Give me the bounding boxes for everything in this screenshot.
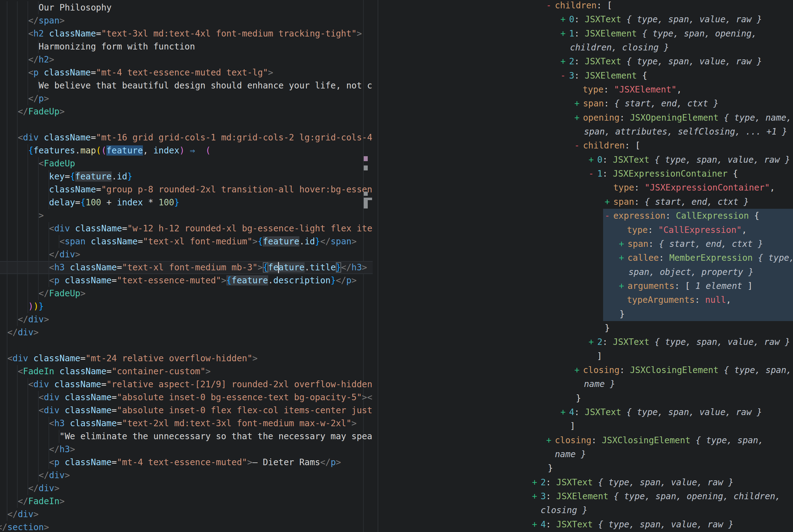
ast-node-row[interactable]: +closing: JSXClosingElement { type, span… bbox=[378, 363, 793, 377]
code-line[interactable]: </h2> bbox=[0, 53, 373, 66]
code-line[interactable]: </div> bbox=[0, 482, 373, 495]
code-line[interactable]: <span className="text-xl font-medium">{f… bbox=[0, 235, 373, 248]
code-line[interactable]: <div className="w-12 h-12 rounded-xl bg-… bbox=[0, 222, 373, 235]
collapse-node-icon[interactable]: - bbox=[546, 0, 555, 12]
ast-node-row[interactable]: closing } bbox=[378, 503, 793, 517]
ast-node-row[interactable]: +closing: JSXClosingElement { type, span… bbox=[378, 433, 793, 447]
ast-node-row[interactable]: +1: JSXElement { type, span, opening, bbox=[378, 26, 793, 40]
code-line[interactable]: </div> bbox=[0, 469, 373, 482]
expand-node-icon[interactable]: + bbox=[532, 517, 541, 531]
ast-node-row[interactable]: } bbox=[378, 391, 793, 405]
code-line[interactable]: <div className="absolute inset-0 flex fl… bbox=[0, 404, 373, 417]
ast-node-row[interactable]: span, attributes, selfClosing, ... +1 } bbox=[378, 125, 793, 138]
ast-node-row-selected[interactable]: typeArguments: null, bbox=[378, 293, 793, 307]
code-line[interactable]: <div className="relative aspect-[21/9] r… bbox=[0, 378, 373, 391]
code-line[interactable]: <FadeIn className="container-custom"> bbox=[0, 365, 373, 378]
ast-node-row[interactable]: type: "JSXElement", bbox=[378, 82, 793, 96]
ast-node-row[interactable]: -1: JSXExpressionContainer { bbox=[378, 167, 793, 180]
code-line[interactable]: <p className="mt-4 text-essence-muted te… bbox=[0, 66, 373, 79]
ast-node-row[interactable]: ] bbox=[378, 419, 793, 433]
expand-node-icon[interactable]: + bbox=[560, 405, 569, 419]
code-line[interactable]: </div> bbox=[0, 248, 373, 261]
ast-node-row[interactable]: } bbox=[378, 321, 793, 335]
code-line[interactable]: </div> bbox=[0, 326, 373, 339]
collapse-node-icon[interactable]: - bbox=[605, 209, 613, 223]
code-line[interactable]: delay={100 + index * 100} bbox=[0, 196, 373, 209]
ast-node-row[interactable]: +0: JSXText { type, span, value, raw } bbox=[378, 12, 793, 26]
code-line[interactable]: We believe that beautiful design should … bbox=[0, 79, 373, 92]
collapse-node-icon[interactable]: - bbox=[574, 138, 583, 152]
ast-node-row-selected[interactable]: span, object, property } bbox=[378, 265, 793, 279]
expand-node-icon[interactable]: + bbox=[532, 489, 541, 503]
code-line[interactable]: <h2 className="text-3xl md:text-4xl font… bbox=[0, 27, 373, 40]
expand-node-icon[interactable]: + bbox=[619, 237, 627, 251]
expand-node-icon[interactable]: + bbox=[560, 26, 569, 40]
code-line[interactable]: className="group p-8 rounded-2xl transit… bbox=[0, 183, 373, 196]
ast-node-row[interactable]: children, closing } bbox=[378, 40, 793, 54]
expand-node-icon[interactable]: + bbox=[532, 475, 541, 489]
ast-node-row[interactable]: +4: JSXText { type, span, value, raw } bbox=[378, 405, 793, 419]
code-line[interactable] bbox=[0, 339, 373, 352]
code-line[interactable]: </section> bbox=[0, 521, 373, 532]
expand-node-icon[interactable]: + bbox=[619, 251, 627, 265]
ast-node-row-selected[interactable]: +callee: MemberExpression { type, bbox=[378, 251, 793, 265]
expand-node-icon[interactable]: + bbox=[574, 363, 583, 377]
code-line[interactable]: > bbox=[0, 209, 373, 222]
code-line[interactable]: key={feature.id} bbox=[0, 170, 373, 183]
expand-node-icon[interactable]: + bbox=[619, 279, 627, 293]
ast-node-row[interactable]: +4: JSXText { type, span, value, raw } bbox=[378, 517, 793, 531]
code-line[interactable] bbox=[0, 118, 373, 131]
ast-node-row[interactable]: +2: JSXText { type, span, value, raw } bbox=[378, 335, 793, 349]
code-line[interactable]: </FadeUp> bbox=[0, 287, 373, 300]
code-line[interactable]: "We eliminate the unnecessary so that th… bbox=[0, 430, 373, 443]
code-line[interactable]: <h3 className="text-2xl md:text-3xl font… bbox=[0, 417, 373, 430]
code-line-current[interactable]: <h3 className="text-xl font-medium mb-3"… bbox=[0, 261, 373, 274]
ast-node-row-selected[interactable]: +span: { start, end, ctxt } bbox=[378, 237, 793, 251]
collapse-node-icon[interactable]: - bbox=[560, 69, 569, 82]
ast-node-row[interactable]: +span: { start, end, ctxt } bbox=[378, 195, 793, 209]
collapse-node-icon[interactable]: - bbox=[588, 167, 597, 180]
ast-node-row[interactable]: +3: JSXElement { type, span, opening, ch… bbox=[378, 489, 793, 503]
expand-node-icon[interactable]: + bbox=[605, 195, 613, 209]
ast-node-row[interactable]: +0: JSXText { type, span, value, raw } bbox=[378, 153, 793, 167]
ast-node-row[interactable]: ] bbox=[378, 349, 793, 363]
code-line[interactable]: </div> bbox=[0, 508, 373, 521]
code-line[interactable]: <div className="mt-24 relative overflow-… bbox=[0, 352, 373, 365]
ast-node-row[interactable]: name } bbox=[378, 377, 793, 391]
ast-tree-pane[interactable]: -children: [+0: JSXText { type, span, va… bbox=[378, 0, 793, 532]
code-line[interactable]: </FadeUp> bbox=[0, 105, 373, 118]
expand-node-icon[interactable]: + bbox=[588, 335, 597, 349]
code-line[interactable]: <p className="mt-4 text-essence-muted">—… bbox=[0, 456, 373, 469]
pane-divider[interactable] bbox=[378, 0, 378, 532]
expand-node-icon[interactable]: + bbox=[574, 111, 583, 125]
ast-node-row-selected[interactable]: } bbox=[378, 307, 793, 321]
ast-node-row[interactable]: name } bbox=[378, 447, 793, 461]
code-line[interactable]: </h3> bbox=[0, 443, 373, 456]
expand-node-icon[interactable]: + bbox=[560, 54, 569, 68]
code-line[interactable]: {features.map((feature, index) ⇒ ( bbox=[0, 144, 373, 157]
code-line[interactable]: <p className="text-essence-muted">{featu… bbox=[0, 274, 373, 287]
expand-node-icon[interactable]: + bbox=[574, 96, 583, 110]
ast-node-row[interactable]: -children: [ bbox=[378, 0, 793, 12]
ast-node-row-selected[interactable]: -expression: CallExpression { bbox=[378, 209, 793, 223]
code-line[interactable]: </div> bbox=[0, 313, 373, 326]
code-line[interactable]: <div className="mt-16 grid grid-cols-1 m… bbox=[0, 131, 373, 144]
expand-node-icon[interactable]: + bbox=[588, 153, 597, 167]
expand-node-icon[interactable]: + bbox=[546, 433, 555, 447]
code-line[interactable]: Harmonizing form with function bbox=[0, 40, 373, 53]
code-line[interactable]: <div className="absolute inset-0 bg-esse… bbox=[0, 391, 373, 404]
code-line[interactable]: </p> bbox=[0, 92, 373, 105]
ast-node-row[interactable]: +2: JSXText { type, span, value, raw } bbox=[378, 54, 793, 68]
ast-node-row[interactable]: } bbox=[378, 461, 793, 475]
expand-node-icon[interactable]: + bbox=[560, 12, 569, 26]
ast-node-row-selected[interactable]: type: "CallExpression", bbox=[378, 223, 793, 237]
ast-node-row-selected[interactable]: +arguments: [ 1 element ] bbox=[378, 279, 793, 293]
code-editor-pane[interactable]: Our Philosophy</span><h2 className="text… bbox=[0, 0, 373, 532]
code-line[interactable]: </span> bbox=[0, 14, 373, 27]
ast-node-row[interactable]: +opening: JSXOpeningElement { type, name… bbox=[378, 111, 793, 125]
ast-node-row[interactable]: type: "JSXExpressionContainer", bbox=[378, 180, 793, 194]
code-line[interactable]: ))} bbox=[0, 300, 373, 313]
ast-node-row[interactable]: -children: [ bbox=[378, 138, 793, 152]
code-line[interactable]: Our Philosophy bbox=[0, 1, 373, 14]
ast-node-row[interactable]: +span: { start, end, ctxt } bbox=[378, 96, 793, 110]
